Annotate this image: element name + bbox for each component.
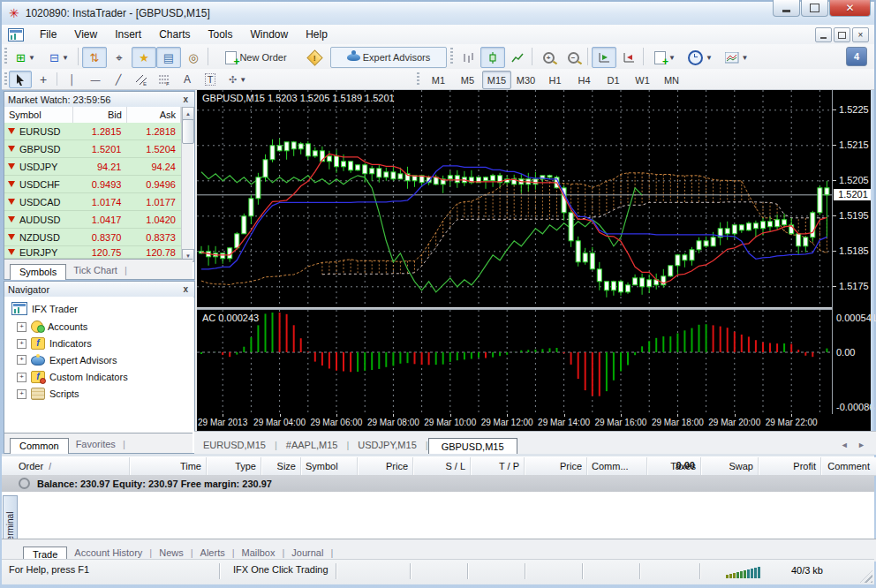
timeframe-m5[interactable]: M5	[453, 71, 482, 89]
navigator-item-custom-indicators[interactable]: +fCustom Indicators	[17, 371, 128, 383]
market-watch-row[interactable]: EURJPY120.75120.78	[4, 246, 181, 259]
menu-tools[interactable]: Tools	[200, 26, 242, 43]
alert-warning-button[interactable]: !	[302, 47, 327, 68]
arrows-tool[interactable]: ✣▼	[222, 71, 253, 88]
tick-chart-toggle[interactable]: ⇅	[82, 47, 107, 68]
market-watch-toggle[interactable]: ★	[132, 47, 156, 68]
maximize-button[interactable]	[801, 0, 828, 17]
navigator-item-scripts[interactable]: +Scripts	[17, 388, 79, 400]
chart-tab-usdjpym15[interactable]: USDJPY,M15	[349, 437, 425, 455]
scroll-thumb[interactable]	[182, 119, 194, 144]
minimize-button[interactable]	[773, 0, 800, 17]
trendline-tool[interactable]: ╱	[107, 71, 130, 88]
close-button[interactable]: ✕	[829, 0, 871, 17]
price-chart-pane[interactable]	[197, 90, 832, 307]
chart-tab-aaplm15[interactable]: #AAPL,M15	[277, 437, 347, 455]
scroll-up-icon[interactable]: ▲	[182, 107, 194, 120]
horizontal-line-tool[interactable]: —	[84, 71, 107, 88]
market-watch-tab-symbols[interactable]: Symbols	[10, 264, 66, 280]
terminal-column-comment[interactable]: Comment	[821, 457, 876, 475]
market-watch-row[interactable]: GBPUSD1.52011.5204	[4, 140, 181, 158]
navigator-item-accounts[interactable]: +Accounts	[17, 320, 87, 333]
navigator-item-indicators[interactable]: +fIndicators	[17, 337, 92, 350]
menu-help[interactable]: Help	[297, 26, 336, 43]
bar-chart-mode-button[interactable]	[456, 47, 480, 68]
navigator-item-expert-advisors[interactable]: +Expert Advisors	[17, 354, 117, 366]
market-watch-row[interactable]: EURUSD1.28151.2818	[4, 123, 181, 140]
profiles-button[interactable]: ⊟▼	[42, 47, 76, 68]
auto-scroll-toggle[interactable]	[592, 47, 616, 68]
navigator-tab-favorites[interactable]: Favorites	[69, 437, 123, 453]
terminal-column-order[interactable]: Order/	[14, 457, 130, 475]
market-watch-row[interactable]: USDCAD1.01741.0177	[4, 193, 181, 211]
market-watch-row[interactable]: USDCHF0.94930.9496	[4, 176, 181, 193]
time-axis[interactable]: 29 Mar 201329 Mar 04:0029 Mar 06:0029 Ma…	[197, 414, 872, 431]
market-watch-scrollbar[interactable]: ▲ ▼	[181, 107, 193, 262]
timeframe-w1[interactable]: W1	[628, 71, 657, 89]
terminal-column-sl[interactable]: S / L	[413, 457, 471, 475]
new-order-button[interactable]: New Order	[212, 47, 300, 68]
chart-tab-eurusdm15[interactable]: EURUSD,M15	[194, 437, 275, 455]
timeframe-mn[interactable]: MN	[657, 71, 686, 89]
menu-insert[interactable]: Insert	[106, 26, 150, 43]
data-window-toggle[interactable]: ▤	[156, 47, 181, 68]
menu-view[interactable]: View	[65, 26, 106, 43]
terminal-column-symbol[interactable]: Symbol	[301, 457, 358, 475]
chart-window[interactable]: GBPUSD,M15 1.5203 1.5205 1.5189 1.5201 A…	[195, 90, 872, 431]
terminal-column-price2[interactable]: Price	[525, 457, 587, 475]
chart-shift-toggle[interactable]	[616, 47, 641, 68]
market-watch-row[interactable]: AUDUSD1.04171.0420	[4, 211, 181, 229]
notifications-badge[interactable]: 4	[846, 47, 867, 66]
tab-scroll-arrows[interactable]: ◄ ►	[834, 441, 876, 455]
new-chart-button[interactable]: ⊞▼	[9, 47, 42, 68]
mdi-close-button[interactable]: ×	[852, 27, 869, 42]
expert-advisors-button[interactable]: Expert Advisors	[330, 47, 447, 68]
ac-indicator-pane[interactable]	[197, 310, 832, 415]
menu-window[interactable]: Window	[242, 26, 298, 43]
fibonacci-tool[interactable]: F	[153, 71, 176, 88]
zoom-out-button[interactable]: −	[561, 47, 585, 68]
tree-expander-icon[interactable]: +	[17, 322, 26, 332]
terminal-column-tp[interactable]: T / P	[471, 457, 525, 475]
terminal-column-time[interactable]: Time	[130, 457, 207, 475]
crosshair-pointer-button[interactable]: +	[32, 71, 55, 88]
mdi-minimize-button[interactable]	[815, 27, 832, 42]
zoom-in-button[interactable]: +	[536, 47, 561, 68]
market-watch-close-icon[interactable]: x	[180, 94, 191, 104]
terminal-column-size[interactable]: Size	[261, 457, 301, 475]
timeframe-m30[interactable]: M30	[511, 71, 540, 89]
terminal-column-comm[interactable]: Comm...	[587, 457, 647, 475]
vertical-line-tool[interactable]: │	[61, 71, 84, 88]
price-scale[interactable]: 1.52251.52151.52051.51951.51851.51751.52…	[832, 90, 873, 414]
status-one-click-trading[interactable]: IFX One Click Trading	[233, 564, 328, 575]
templates-button[interactable]: ▼	[718, 47, 755, 68]
periods-button[interactable]: ▼	[683, 47, 718, 68]
terminal-column-type[interactable]: Type	[207, 457, 261, 475]
timeframe-m15[interactable]: M15	[482, 71, 511, 89]
line-chart-mode-button[interactable]	[505, 47, 530, 68]
timeframe-h1[interactable]: H1	[540, 71, 570, 89]
menu-file[interactable]: File	[31, 26, 65, 43]
timeframe-m1[interactable]: M1	[424, 71, 453, 89]
navigator-toggle[interactable]: ◎	[181, 47, 206, 68]
candlestick-mode-button[interactable]	[480, 47, 505, 68]
terminal-column-swap[interactable]: Swap	[701, 457, 759, 475]
tree-expander-icon[interactable]: +	[17, 355, 26, 365]
channel-tool[interactable]: E	[130, 71, 153, 88]
terminal-column-profit[interactable]: Profit	[759, 457, 821, 475]
text-label-tool[interactable]: T	[199, 71, 222, 88]
text-tool[interactable]: A	[176, 71, 199, 88]
market-watch-tab-tick-chart[interactable]: Tick Chart	[66, 263, 125, 279]
tree-expander-icon[interactable]: +	[17, 373, 26, 382]
crosshair-tool-button[interactable]: ⌖	[107, 47, 132, 68]
balance-row[interactable]: Balance: 230.97 Equity: 230.97 Free marg…	[2, 475, 874, 492]
cursor-tool-button[interactable]	[9, 71, 32, 88]
terminal-column-price[interactable]: Price	[358, 457, 413, 475]
menu-charts[interactable]: Charts	[150, 26, 199, 43]
navigator-close-icon[interactable]: x	[180, 284, 191, 294]
resize-grip-icon[interactable]	[860, 570, 872, 583]
navigator-root-item[interactable]: IFX Trader	[11, 302, 78, 315]
market-watch-row[interactable]: NZDUSD0.83700.8373	[4, 229, 181, 246]
tree-expander-icon[interactable]: +	[17, 339, 26, 349]
timeframe-d1[interactable]: D1	[599, 71, 628, 89]
